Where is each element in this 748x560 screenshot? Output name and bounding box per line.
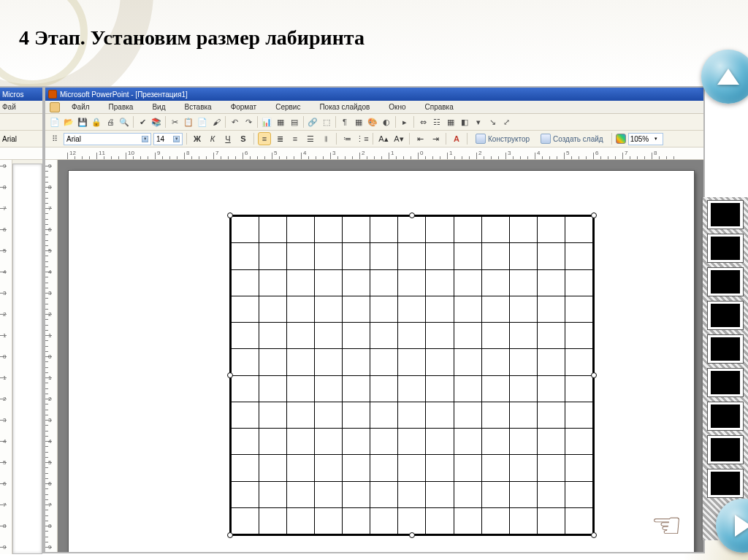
- expand-icon[interactable]: ⬚: [320, 115, 333, 129]
- chart-icon[interactable]: 📊: [260, 115, 273, 129]
- font-size-combo[interactable]: 14 ▾: [153, 133, 183, 145]
- resize-handle-w[interactable]: [227, 372, 233, 378]
- slideshow-run-icon[interactable]: ▸: [398, 115, 411, 129]
- redo-icon[interactable]: ↷: [242, 115, 255, 129]
- new-icon[interactable]: 📄: [48, 115, 61, 129]
- menu-insert[interactable]: Вставка: [175, 102, 220, 112]
- film-frame[interactable]: [707, 234, 744, 263]
- color-icon[interactable]: 🎨: [366, 115, 379, 129]
- hyperlink-icon[interactable]: 🔗: [306, 115, 319, 129]
- color-swatch-icon[interactable]: [616, 134, 626, 144]
- nav-up-button[interactable]: [701, 50, 748, 104]
- increase-indent-button[interactable]: ⇥: [429, 132, 442, 145]
- menu-file[interactable]: Файл: [63, 102, 99, 112]
- resize-handle-nw[interactable]: [227, 212, 233, 218]
- film-frame[interactable]: [707, 200, 744, 229]
- resize-handle-sw[interactable]: [227, 532, 233, 538]
- undo-icon[interactable]: ↶: [228, 115, 241, 129]
- ruler-horizontal[interactable]: 121110987654321012345678: [45, 147, 703, 160]
- format-painter-icon[interactable]: 🖌: [210, 115, 223, 129]
- zoom-value: 105%: [630, 135, 649, 143]
- bullet-list-button[interactable]: ⋮≡: [356, 132, 369, 145]
- decrease-font-button[interactable]: A▾: [392, 132, 405, 145]
- align-justify-button[interactable]: ☰: [304, 132, 317, 145]
- research-icon[interactable]: 📚: [150, 115, 163, 129]
- resize-handle-n[interactable]: [409, 212, 415, 218]
- film-frame[interactable]: [707, 402, 744, 431]
- permission-icon[interactable]: 🔒: [90, 115, 103, 129]
- word-menu-fragment: Фай: [0, 101, 42, 114]
- chevron-down-icon: ▾: [142, 136, 148, 142]
- underline-button[interactable]: Ч: [221, 132, 234, 145]
- show-formatting-icon[interactable]: ¶: [338, 115, 351, 129]
- paste-icon[interactable]: 📄: [196, 115, 209, 129]
- resize-handle-s[interactable]: [409, 532, 415, 538]
- slide-canvas-viewport[interactable]: [58, 160, 703, 553]
- table-icon[interactable]: ▦: [274, 115, 287, 129]
- menu-help[interactable]: Справка: [416, 102, 462, 112]
- distribute-icon[interactable]: ☷: [430, 115, 443, 129]
- new-slide-icon: [541, 134, 551, 144]
- maze-grid-table[interactable]: [229, 215, 595, 536]
- new-slide-button[interactable]: Создать слайд: [536, 132, 608, 145]
- ruler-vertical[interactable]: 9876543210123456789: [45, 160, 58, 553]
- film-frame[interactable]: [707, 267, 744, 296]
- film-frame[interactable]: [707, 334, 744, 364]
- design-icon: [476, 134, 486, 144]
- spellcheck-icon[interactable]: ✔: [136, 115, 149, 129]
- font-combo[interactable]: Arial ▾: [64, 133, 151, 145]
- arrow-tool-icon[interactable]: ↘: [486, 115, 499, 129]
- zoom-fit-icon[interactable]: ⤢: [500, 115, 513, 129]
- copy-icon[interactable]: 📋: [182, 115, 195, 129]
- tables-borders-icon[interactable]: ▤: [288, 115, 301, 129]
- zoom-combo[interactable]: 105% ▾: [628, 133, 663, 145]
- resize-handle-se[interactable]: [591, 532, 597, 538]
- increase-font-button[interactable]: A▴: [377, 132, 390, 145]
- preview-icon[interactable]: 🔍: [118, 115, 131, 129]
- italic-button[interactable]: К: [206, 132, 219, 145]
- font-color-button[interactable]: A: [450, 132, 463, 145]
- film-frame[interactable]: [707, 469, 744, 498]
- toolbar-options-icon[interactable]: ▾: [472, 115, 485, 129]
- grid-icon[interactable]: ▦: [352, 115, 365, 129]
- handle-grip-icon[interactable]: ⠿: [48, 132, 61, 145]
- film-frame[interactable]: [707, 435, 744, 464]
- cut-icon[interactable]: ✂: [168, 115, 181, 129]
- align-left-button[interactable]: ≡: [258, 132, 271, 145]
- film-frame[interactable]: [707, 301, 744, 330]
- grid-guides-icon[interactable]: ▦: [444, 115, 457, 129]
- menu-window[interactable]: Окно: [380, 102, 414, 112]
- font-size-value: 14: [156, 135, 164, 143]
- decrease-indent-button[interactable]: ⇤: [413, 132, 427, 145]
- film-frame[interactable]: [707, 368, 744, 397]
- menu-format[interactable]: Формат: [222, 102, 266, 112]
- align-center-button[interactable]: ≣: [273, 132, 286, 145]
- print-icon[interactable]: 🖨: [104, 115, 117, 129]
- resize-handle-ne[interactable]: [591, 212, 597, 218]
- ppt-menubar: Файл Правка Вид Вставка Формат Сервис По…: [45, 101, 703, 114]
- align-right-button[interactable]: ≡: [289, 132, 302, 145]
- ppt-titlebar: Microsoft PowerPoint - [Презентация1]: [45, 88, 703, 101]
- menu-slideshow[interactable]: Показ слайдов: [310, 102, 378, 112]
- word-format-fragment: Arial: [0, 131, 42, 147]
- arrow-right-icon: [735, 515, 748, 537]
- numbered-list-button[interactable]: ≔: [340, 132, 354, 145]
- menu-tools[interactable]: Сервис: [267, 102, 309, 112]
- menu-view[interactable]: Вид: [143, 102, 174, 112]
- arrow-up-icon: [717, 69, 739, 85]
- slide-design-button[interactable]: Конструктор: [471, 132, 534, 145]
- open-icon[interactable]: 📂: [62, 115, 75, 129]
- word-window-fragment: Micros Фай Arial 9876543210123456789: [0, 86, 44, 553]
- ppt-formatting-toolbar: ⠿ Arial ▾ 14 ▾ Ж К Ч S ≡ ≣ ≡ ☰ ⫴ ≔ ⋮≡ A▴…: [45, 131, 703, 147]
- save-icon[interactable]: 💾: [76, 115, 89, 129]
- rev-pane-icon[interactable]: ◧: [458, 115, 471, 129]
- grayscale-icon[interactable]: ◐: [380, 115, 393, 129]
- menu-edit[interactable]: Правка: [100, 102, 142, 112]
- resize-handle-e[interactable]: [591, 372, 597, 378]
- align-objects-icon[interactable]: ⇔: [416, 115, 430, 129]
- slide-page[interactable]: [69, 171, 694, 553]
- word-ruler-v: 9876543210123456789: [0, 160, 12, 554]
- shadow-button[interactable]: S: [237, 132, 250, 145]
- bold-button[interactable]: Ж: [191, 132, 204, 145]
- distribute-text-button[interactable]: ⫴: [319, 132, 332, 145]
